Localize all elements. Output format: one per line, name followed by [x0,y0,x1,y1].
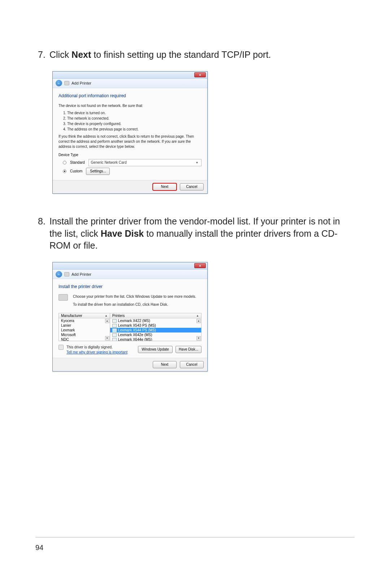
cancel-button[interactable]: Cancel [180,183,204,190]
sort-up-icon: ▲ [196,314,199,317]
close-button[interactable]: x [194,72,206,77]
add-printer-dialog-driver: x ← Add Printer Install the printer driv… [52,262,208,372]
manufacturer-list[interactable]: Kyocera Lanier Lexmark Microsoft NDC ▲ ▼ [59,318,110,341]
list-item: Lexmark X543 PS (MS) [110,323,201,328]
paragraph: If you think the address is not correct,… [58,134,202,149]
shield-icon [58,345,64,350]
dialog-title: Add Printer [72,81,91,85]
list-item: The address on the previous page is corr… [67,127,202,132]
add-printer-dialog-port: x ← Add Printer Additional port informat… [52,71,208,194]
device-type-label: Device Type [58,153,202,157]
back-arrow-icon[interactable]: ← [56,80,62,86]
step-text: Click Next to finish setting up the stan… [49,49,352,61]
list-item: Lexmark X422 (MS) [110,318,201,323]
printer-large-icon [58,294,68,301]
step-number: 7. [38,49,49,61]
next-button[interactable]: Next [153,361,177,368]
list-item: Lexmark [59,328,110,332]
scroll-down-icon[interactable]: ▼ [196,336,201,340]
list-item: The device is turned on. [67,111,202,116]
standard-combo[interactable]: Generic Network Card ▾ [88,159,202,166]
list-item: Microsoft [59,332,110,337]
printers-header[interactable]: Printers ▲ [110,313,201,318]
list-item: The device is properly configured. [67,121,202,126]
step-number: 8. [38,215,49,252]
printer-item-icon [112,324,117,327]
list-item: Lexmark X642e (MS) [110,332,201,337]
footer-divider [35,537,355,537]
dialog-heading: Install the printer driver [58,284,202,289]
combo-value: Generic Network Card [91,160,127,164]
page-number: 94 [35,544,43,552]
intro-text: The device is not found on the network. … [58,103,202,108]
custom-radio[interactable] [63,169,66,173]
printers-list[interactable]: Lexmark X422 (MS) Lexmark X543 PS (MS) L… [110,318,201,341]
list-item: Lanier [59,323,110,328]
step-7: 7. Click Next to finish setting up the s… [38,49,352,61]
list-item: Kyocera [59,318,110,323]
printer-icon [64,272,69,276]
back-arrow-icon[interactable]: ← [56,271,62,278]
checklist: The device is turned on. The network is … [58,111,202,132]
standard-label: Standard [70,160,85,164]
signed-text: This driver is digitally signed. [66,345,127,350]
printer-item-icon [112,329,117,332]
standard-radio[interactable] [63,161,66,164]
scroll-up-icon[interactable]: ▲ [196,319,201,323]
titlebar: x [53,72,207,79]
titlebar: x [53,262,207,270]
list-item: NDC [59,337,110,341]
driver-table: Manufacturer ▲ Kyocera Lanier Lexmark Mi… [58,313,202,341]
close-button[interactable]: x [194,263,206,268]
dialog-heading: Additional port information required [58,93,202,98]
next-button[interactable]: Next [153,183,177,190]
list-item: The network is connected. [67,116,202,121]
instruction-line-2: To install the driver from an installati… [73,302,202,307]
dialog-title: Add Printer [72,272,91,276]
printer-item-icon [112,338,117,341]
printer-item-icon [112,333,117,337]
list-item: Lexmark X644e (MS) [110,337,201,341]
list-item-selected: Lexmark X544 PS (MS) [110,328,201,332]
chevron-down-icon: ▾ [195,160,199,164]
custom-label: Custom [70,169,82,173]
have-disk-button[interactable]: Have Disk... [176,346,202,353]
step-text: Install the printer driver from the vend… [49,215,352,252]
dialog-header: ← Add Printer [53,270,207,279]
scroll-down-icon[interactable]: ▼ [105,336,109,340]
sort-up-icon: ▲ [105,314,108,317]
instruction-line-1: Choose your printer from the list. Click… [73,294,202,299]
driver-signing-link[interactable]: Tell me why driver signing is important [66,350,127,354]
step-8: 8. Install the printer driver from the v… [38,215,352,252]
dialog-header: ← Add Printer [53,79,207,88]
printer-icon [64,81,69,85]
windows-update-button[interactable]: Windows Update [138,346,173,353]
printer-item-icon [112,319,117,323]
manufacturer-header[interactable]: Manufacturer ▲ [59,313,110,318]
settings-button[interactable]: Settings... [86,168,110,175]
scroll-up-icon[interactable]: ▲ [105,319,109,323]
cancel-button[interactable]: Cancel [180,361,204,368]
